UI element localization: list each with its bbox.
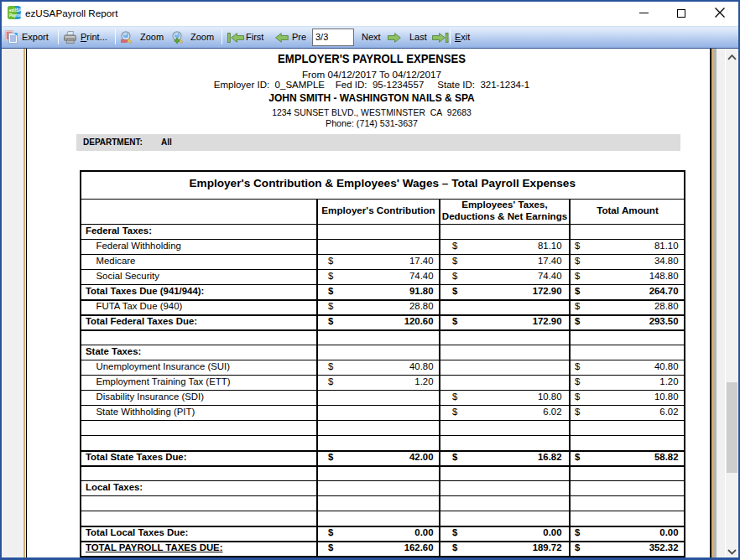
svg-text:ezUSA: ezUSA bbox=[9, 8, 21, 13]
svg-text:Payroll: Payroll bbox=[9, 13, 21, 18]
